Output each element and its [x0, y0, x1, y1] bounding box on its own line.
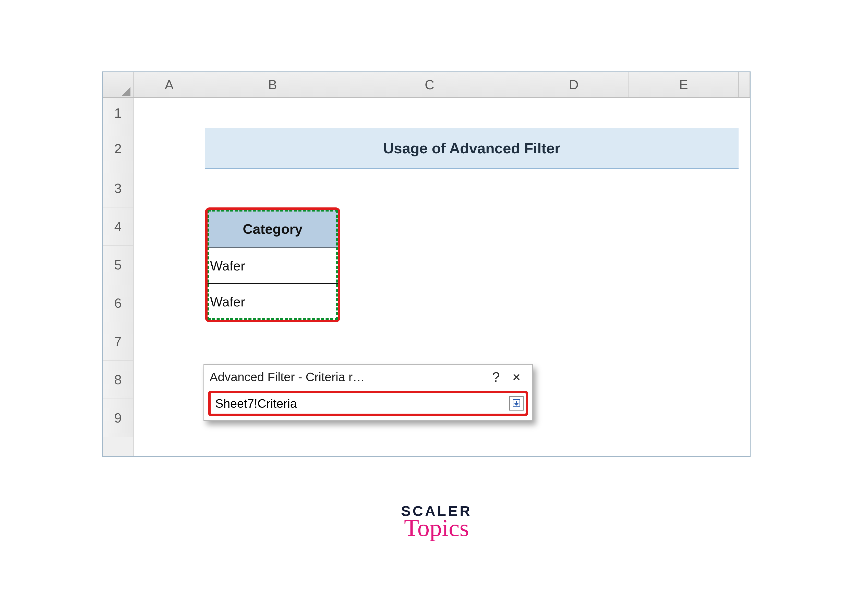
- advanced-filter-criteria-dialog[interactable]: Advanced Filter - Criteria r… ? ×: [204, 364, 533, 421]
- row-header-8[interactable]: 8: [103, 361, 133, 399]
- column-header-B[interactable]: B: [205, 72, 340, 97]
- criteria-value-cell[interactable]: Wafer: [208, 284, 338, 320]
- criteria-range-input-row: [208, 391, 528, 416]
- row-header-5[interactable]: 5: [103, 246, 133, 284]
- column-header-E[interactable]: E: [629, 72, 738, 97]
- row-header-7[interactable]: 7: [103, 322, 133, 361]
- criteria-range-selection[interactable]: Category Wafer Wafer: [205, 208, 340, 322]
- expand-arrow-icon: [512, 399, 521, 408]
- scaler-topics-logo: SCALER Topics: [378, 503, 495, 542]
- row-header-9[interactable]: 9: [103, 399, 133, 437]
- row-header-1[interactable]: 1: [103, 98, 133, 128]
- criteria-value-cell[interactable]: Wafer: [208, 248, 338, 284]
- dialog-titlebar[interactable]: Advanced Filter - Criteria r… ? ×: [204, 365, 532, 389]
- row-header-2[interactable]: 2: [103, 128, 133, 169]
- cells-area[interactable]: Usage of Advanced Filter Category Wafer …: [133, 98, 750, 456]
- column-header-D[interactable]: D: [519, 72, 629, 97]
- select-all-corner[interactable]: [103, 72, 133, 97]
- row-header-6[interactable]: 6: [103, 284, 133, 322]
- criteria-range-input[interactable]: [215, 396, 509, 411]
- dialog-title: Advanced Filter - Criteria r…: [210, 370, 486, 384]
- row-header-strip: 1 2 3 4 5 6 7 8 9: [103, 98, 133, 456]
- dialog-help-button[interactable]: ?: [486, 369, 506, 385]
- row-header-4[interactable]: 4: [103, 208, 133, 246]
- title-banner-cell: Usage of Advanced Filter: [205, 128, 738, 169]
- dialog-close-button[interactable]: ×: [506, 369, 527, 385]
- row-header-3[interactable]: 3: [103, 169, 133, 208]
- brand-line2: Topics: [378, 514, 495, 542]
- column-header-blank: [738, 72, 750, 97]
- criteria-header-cell[interactable]: Category: [208, 210, 338, 248]
- column-header-C[interactable]: C: [340, 72, 519, 97]
- expand-dialog-button[interactable]: [509, 396, 524, 411]
- excel-window: A B C D E 1 2 3 4 5 6 7 8 9 Usage of Adv…: [102, 71, 751, 457]
- column-header-row: A B C D E: [103, 72, 750, 98]
- column-header-A[interactable]: A: [133, 72, 205, 97]
